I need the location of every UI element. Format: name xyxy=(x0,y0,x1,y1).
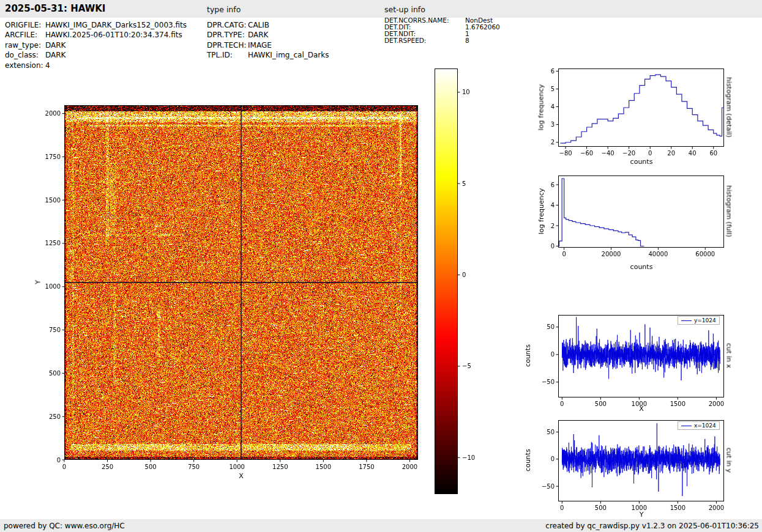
meta-label: extension: xyxy=(5,61,45,70)
main-xlabel: X xyxy=(217,472,266,480)
meta-value: HAWKI.2025-06-01T10:20:34.374.fits xyxy=(45,30,182,40)
meta-label: ORIGFILE: xyxy=(5,20,45,30)
setup-info-heading: set-up info xyxy=(384,5,425,14)
cut-y-side-label: cut in y xyxy=(725,424,733,497)
meta-value: HAWKI_IMG_DARK_Darks152_0003.fits xyxy=(45,20,187,30)
footer-powered-by: powered by QC: www.eso.org/HC xyxy=(4,522,125,530)
legend-line-icon xyxy=(681,426,692,426)
footer-created-by: created by qc_rawdisp.py v1.2.3 on 2025-… xyxy=(545,522,759,530)
meta-label: raw_type: xyxy=(5,40,45,50)
meta-value: DARK xyxy=(248,30,268,40)
meta-label: DPR.TYPE: xyxy=(207,30,248,40)
cut-x-legend: y=1024 xyxy=(678,316,720,325)
meta-label: DPR.TECH: xyxy=(207,40,248,50)
cut-y-legend: x=1024 xyxy=(678,421,720,430)
meta-value: IMAGE xyxy=(248,40,272,50)
hist-detail-side-label: histogram (detail) xyxy=(725,71,733,144)
type-info-block: DPR.CATG:CALIBDPR.TYPE:DARKDPR.TECH:IMAG… xyxy=(207,20,329,61)
meta-label: TPL.ID: xyxy=(207,50,248,60)
hist-detail-ylabel: log frequency xyxy=(537,71,545,144)
meta-value: 8 xyxy=(465,37,469,44)
type-info-heading: type info xyxy=(207,5,241,14)
meta-label: DPR.CATG: xyxy=(207,20,248,30)
hist-full-side-label: histogram (full) xyxy=(725,175,733,248)
meta-value: 1.6762060 xyxy=(465,24,500,31)
meta-value: DARK xyxy=(45,40,65,50)
meta-row: DPR.CATG:CALIB xyxy=(207,20,329,30)
page-title: 2025-05-31: HAWKI xyxy=(5,3,105,14)
cut-x-legend-label: y=1024 xyxy=(694,317,716,323)
main-ylabel: Y xyxy=(34,246,42,319)
cut-y-xlabel: Y xyxy=(617,511,666,519)
meta-value: 4 xyxy=(45,61,50,70)
cut-x-ylabel: counts xyxy=(524,319,532,393)
cut-y-ylabel: counts xyxy=(524,424,532,497)
meta-row: ORIGFILE:HAWKI_IMG_DARK_Darks152_0003.fi… xyxy=(5,20,187,30)
setup-info-block: DET.NCORRS.NAME:NonDestDET.DIT:1.6762060… xyxy=(384,17,500,44)
hist-full-ylabel: log frequency xyxy=(537,175,545,248)
meta-row: ARCFILE:HAWKI.2025-06-01T10:20:34.374.fi… xyxy=(5,30,187,40)
meta-value: HAWKI_img_cal_Darks xyxy=(248,50,329,60)
hist-detail-xlabel: counts xyxy=(617,158,666,166)
meta-row: raw_type:DARK xyxy=(5,40,187,50)
meta-value: DARK xyxy=(45,50,65,60)
meta-value: CALIB xyxy=(248,20,269,30)
meta-label: do_class: xyxy=(5,50,45,60)
meta-row: extension:4 xyxy=(5,61,187,70)
qc-report-page: 2025-05-31: HAWKI type info set-up info … xyxy=(0,0,762,532)
meta-label: DET.RSPEED: xyxy=(384,37,465,44)
header-bar xyxy=(0,0,762,18)
cut-x-side-label: cut in x xyxy=(725,319,733,393)
meta-row: DPR.TYPE:DARK xyxy=(207,30,329,40)
meta-row: TPL.ID:HAWKI_img_cal_Darks xyxy=(207,50,329,60)
meta-row: do_class:DARK xyxy=(5,50,187,60)
hist-full-xlabel: counts xyxy=(617,263,666,271)
cut-y-legend-label: x=1024 xyxy=(694,423,716,429)
meta-row: DET.RSPEED:8 xyxy=(384,37,500,44)
legend-line-icon xyxy=(681,320,692,321)
detector-image-canvas xyxy=(24,92,428,483)
meta-row: DPR.TECH:IMAGE xyxy=(207,40,329,50)
meta-label: ARCFILE: xyxy=(5,30,45,40)
file-info-block: ORIGFILE:HAWKI_IMG_DARK_Darks152_0003.fi… xyxy=(5,20,187,70)
colorbar-canvas xyxy=(431,64,480,501)
cut-x-xlabel: X xyxy=(617,405,666,413)
